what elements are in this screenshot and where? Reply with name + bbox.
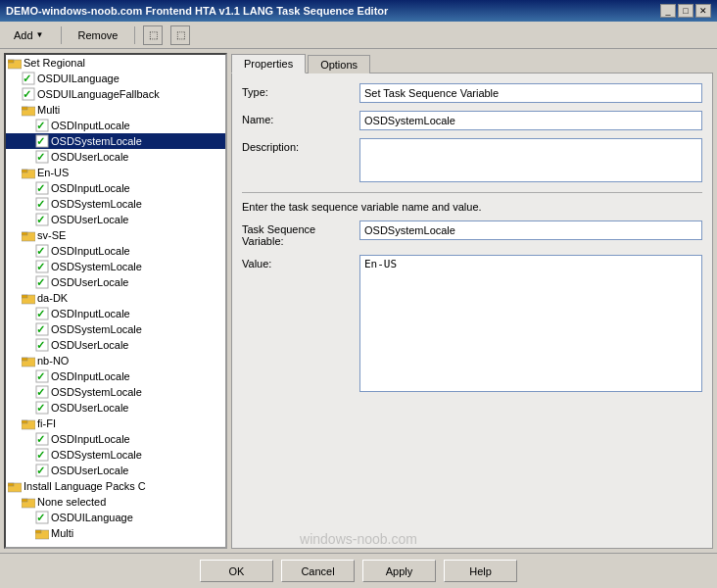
- tree-item-osd-input-locale4[interactable]: ✓OSDInputLocale: [6, 306, 225, 321]
- tree-item-install-lang-packs[interactable]: Install Language Packs C: [6, 478, 225, 494]
- toolbar-separator-2: [134, 26, 135, 44]
- description-textarea[interactable]: [359, 138, 702, 182]
- svg-text:✓: ✓: [23, 88, 31, 100]
- svg-text:✓: ✓: [36, 261, 45, 272]
- svg-text:✓: ✓: [36, 402, 45, 414]
- svg-text:✓: ✓: [36, 120, 45, 131]
- name-label: Name:: [242, 111, 359, 125]
- tree-item-label: OSDSystemLocale: [51, 135, 142, 147]
- tree-panel[interactable]: Set Regional✓OSDUILanguage✓OSDUILanguage…: [4, 53, 227, 549]
- tree-item-da-dk[interactable]: da-DK: [6, 290, 225, 306]
- tree-item-osd-user-locale5[interactable]: ✓OSDUserLocale: [6, 400, 225, 416]
- tree-item-label: OSDInputLocale: [51, 120, 130, 131]
- close-button[interactable]: ✕: [695, 4, 711, 18]
- tree-item-osd-system-locale6[interactable]: ✓OSDSystemLocale: [6, 447, 225, 463]
- tree-item-label: OSDUILanguage: [37, 73, 120, 84]
- tree-item-osd-system-locale1[interactable]: ✓OSDSystemLocale: [6, 133, 225, 149]
- window-controls: _ □ ✕: [660, 4, 711, 18]
- tree-item-set-regional[interactable]: Set Regional: [6, 55, 225, 71]
- tree-item-en-us[interactable]: En-US: [6, 165, 225, 180]
- folder-icon: [22, 103, 35, 117]
- tree-item-osd-input-locale5[interactable]: ✓OSDInputLocale: [6, 368, 225, 384]
- check-icon: ✓: [22, 87, 35, 101]
- check-icon: ✓: [35, 244, 49, 258]
- cancel-button[interactable]: Cancel: [281, 560, 355, 582]
- toolbar-separator: [61, 26, 62, 44]
- tree-item-sv-se[interactable]: sv-SE: [6, 227, 225, 243]
- toolbar-icon-2[interactable]: ⬚: [170, 25, 190, 45]
- variable-input[interactable]: [359, 220, 702, 240]
- tree-item-osd-user-locale1[interactable]: ✓OSDUserLocale: [6, 149, 225, 165]
- remove-button[interactable]: Remove: [70, 26, 127, 44]
- tree-item-osd-input-locale2[interactable]: ✓OSDInputLocale: [6, 180, 225, 196]
- tree-item-osd-input-locale1[interactable]: ✓OSDInputLocale: [6, 118, 225, 133]
- svg-text:✓: ✓: [36, 276, 45, 288]
- tree-item-osd-system-locale2[interactable]: ✓OSDSystemLocale: [6, 196, 225, 212]
- maximize-button[interactable]: □: [678, 4, 693, 18]
- tree-item-osd-system-locale5[interactable]: ✓OSDSystemLocale: [6, 384, 225, 400]
- value-label: Value:: [242, 255, 359, 270]
- tab-options[interactable]: Options: [308, 55, 370, 74]
- tree-item-osdui-language-fallback[interactable]: ✓OSDUILanguageFallback: [6, 86, 225, 102]
- tree-item-label: OSDSystemLocale: [51, 323, 142, 335]
- check-icon: ✓: [35, 432, 49, 446]
- toolbar-icon-1[interactable]: ⬚: [143, 25, 163, 45]
- tree-item-osd-system-locale4[interactable]: ✓OSDSystemLocale: [6, 321, 225, 337]
- tree-item-osd-input-locale6[interactable]: ✓OSDInputLocale: [6, 431, 225, 447]
- divider: [242, 192, 702, 193]
- tree-item-label: OSDSystemLocale: [51, 261, 142, 272]
- tree-item-none-selected[interactable]: None selected: [6, 494, 225, 510]
- tree-item-osd-input-locale3[interactable]: ✓OSDInputLocale: [6, 243, 225, 259]
- minimize-button[interactable]: _: [660, 4, 676, 18]
- tree-item-nb-no[interactable]: nb-NO: [6, 353, 225, 368]
- tree-item-multi2[interactable]: Multi: [6, 525, 225, 541]
- tree-item-multi1[interactable]: Multi: [6, 102, 225, 118]
- check-icon: ✓: [35, 464, 49, 477]
- svg-rect-15: [22, 170, 27, 172]
- help-button[interactable]: Help: [444, 560, 517, 582]
- tree-item-osdui-language[interactable]: ✓OSDUILanguage: [6, 71, 225, 86]
- check-icon: ✓: [35, 385, 49, 399]
- check-icon: ✓: [35, 307, 49, 320]
- tree-item-label: OSDUserLocale: [51, 214, 128, 225]
- tab-properties[interactable]: Properties: [231, 54, 306, 74]
- tab-bar: Properties Options: [231, 53, 713, 73]
- tree-item-label: OSDUserLocale: [51, 402, 128, 414]
- tree-item-label: OSDInputLocale: [51, 370, 130, 382]
- svg-text:✓: ✓: [36, 339, 45, 351]
- svg-text:✓: ✓: [36, 135, 45, 147]
- tree-item-osd-user-locale4[interactable]: ✓OSDUserLocale: [6, 337, 225, 353]
- svg-text:✓: ✓: [36, 214, 45, 225]
- tree-item-fi-fi[interactable]: fi-FI: [6, 416, 225, 431]
- tree-item-osd-user-locale6[interactable]: ✓OSDUserLocale: [6, 463, 225, 478]
- tree-item-osd-user-locale2[interactable]: ✓OSDUserLocale: [6, 212, 225, 227]
- svg-rect-7: [22, 107, 27, 110]
- window-title: DEMO-windows-noob.com Frontend HTA v1.1 …: [6, 5, 388, 17]
- svg-text:✓: ✓: [36, 198, 45, 210]
- apply-button[interactable]: Apply: [362, 560, 436, 582]
- check-icon: ✓: [35, 181, 49, 195]
- name-input[interactable]: [359, 111, 702, 130]
- svg-rect-1: [8, 60, 14, 63]
- name-value-container: [359, 111, 702, 130]
- ok-button[interactable]: OK: [200, 560, 273, 582]
- check-icon: ✓: [35, 197, 49, 211]
- value-textarea[interactable]: [359, 255, 702, 392]
- properties-panel: Type: Name: Description:: [231, 73, 713, 549]
- svg-rect-23: [22, 232, 27, 235]
- tree-item-osd-system-locale3[interactable]: ✓OSDSystemLocale: [6, 259, 225, 274]
- add-button[interactable]: Add ▼: [5, 26, 53, 44]
- tree-item-label: En-US: [37, 167, 69, 178]
- tree-item-label: OSDUILanguageFallback: [37, 88, 160, 100]
- svg-text:✓: ✓: [36, 512, 45, 523]
- folder-icon: [22, 291, 35, 305]
- tree-item-label: OSDInputLocale: [51, 182, 130, 194]
- tree-item-osdui-language2[interactable]: ✓OSDUILanguage: [6, 510, 225, 525]
- svg-text:✓: ✓: [36, 386, 45, 398]
- tree-item-label: OSDSystemLocale: [51, 386, 142, 398]
- tree-item-label: OSDSystemLocale: [51, 198, 142, 210]
- tree-item-osd-user-locale3[interactable]: ✓OSDUserLocale: [6, 274, 225, 290]
- svg-text:✓: ✓: [36, 182, 45, 194]
- description-label: Description:: [242, 138, 359, 153]
- type-input[interactable]: [359, 83, 702, 103]
